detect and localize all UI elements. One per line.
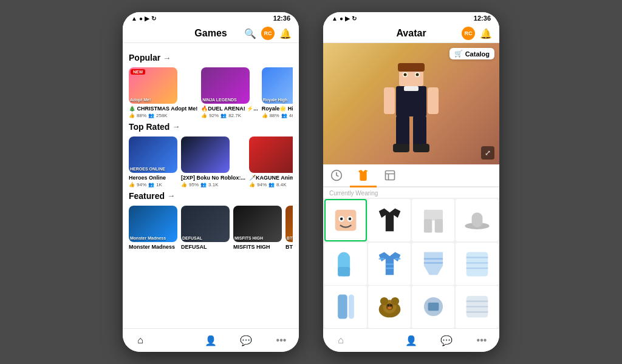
expand-icon[interactable]: ⤢ <box>481 146 494 160</box>
bell-icon[interactable]: 🔔 <box>279 28 292 39</box>
avatar-item-shirt[interactable] <box>368 199 411 241</box>
list-item[interactable]: 🗡️KAGUNE Anime... 👍 94% 👥 8.4K <box>249 136 293 187</box>
players-icon: 👥 <box>281 113 287 118</box>
list-item[interactable]: [2XP] Boku No Roblox:... 👍 95% 👥 3.1K <box>181 136 245 187</box>
svg-rect-13 <box>413 144 429 152</box>
avatar-item-face[interactable] <box>324 199 367 241</box>
players-count: 3.1K <box>208 182 218 187</box>
toprated-arrow[interactable]: → <box>172 122 180 131</box>
leg-svg <box>331 292 361 322</box>
avatar-item-hat[interactable] <box>456 199 498 241</box>
featured-arrow[interactable]: → <box>167 191 175 200</box>
popular-section-header: Popular → <box>129 53 293 62</box>
more-icon: ••• <box>275 334 288 347</box>
avatar-item-accessory[interactable] <box>412 286 454 328</box>
list-item[interactable]: BTHRO BTHRO <box>285 206 293 251</box>
game-thumb-kagune[interactable] <box>249 136 293 173</box>
play-icon: ▶ <box>169 334 182 347</box>
list-item[interactable]: HEROES ONLINE Heroes Online 👍 94% 👥 1K <box>129 136 177 187</box>
search-icon[interactable]: 🔍 <box>244 28 256 39</box>
avatar-icon-r: 👤 <box>405 334 418 347</box>
game-title-boku: [2XP] Boku No Roblox:... <box>181 175 245 181</box>
svg-rect-38 <box>338 294 347 318</box>
home-icon-r: ⌂ <box>334 334 347 347</box>
avatar-item-leg[interactable] <box>324 286 367 328</box>
left-arm-svg <box>331 249 361 279</box>
nav-item-more[interactable]: ••• <box>275 334 288 347</box>
right-status-bar: ▲ ● ▶ ↻ 12:36 <box>323 12 499 24</box>
game-thumb-adopt[interactable]: NEW Adopt Me! <box>129 67 177 104</box>
svg-point-46 <box>390 305 392 306</box>
list-item[interactable]: NEW Adopt Me! 🎄 CHRISTMAS Adopt Me! 👍 88… <box>129 67 197 118</box>
svg-point-5 <box>416 73 419 76</box>
tab-recent[interactable] <box>323 164 350 187</box>
whatsapp-icon: ● <box>139 15 143 22</box>
svg-rect-9 <box>428 87 439 114</box>
tab-clothing[interactable] <box>350 164 377 187</box>
svg-rect-8 <box>384 87 395 114</box>
nav-item-play-r[interactable]: ▶ <box>369 334 383 347</box>
nav-item-chat-r[interactable]: 💬 <box>440 334 453 347</box>
avatar-item-sweater[interactable] <box>368 243 411 285</box>
svg-point-42 <box>380 297 388 305</box>
play-icon-r: ▶ <box>369 334 383 347</box>
list-item[interactable]: Monster Madness Monster Madness <box>129 206 177 251</box>
list-item[interactable]: NINJA LEGENDS 🔥DUEL ARENA! ⚡... 👍 92% 👥 … <box>201 67 258 118</box>
bell-icon-right[interactable]: 🔔 <box>480 28 492 39</box>
avatar-item-extra[interactable] <box>456 286 498 328</box>
nav-item-avatar-r[interactable]: 👤 <box>405 334 418 347</box>
players-icon: 👥 <box>148 113 154 118</box>
svg-rect-39 <box>348 294 354 318</box>
avatar-page-title: Avatar <box>396 28 426 39</box>
game-thumb-ninja[interactable]: NINJA LEGENDS <box>201 67 250 104</box>
game-title-misfits: MISFITS HIGH <box>233 244 282 251</box>
rc-badge-right[interactable]: RC <box>462 27 475 40</box>
players-icon: 👥 <box>220 113 227 118</box>
game-thumb-defusal[interactable]: DEFUSAL <box>181 206 230 242</box>
list-item[interactable]: MISFITS HIGH MISFITS HIGH <box>233 206 282 251</box>
svg-point-4 <box>404 73 407 76</box>
popular-arrow[interactable]: → <box>163 53 171 62</box>
nav-item-home[interactable]: ⌂ <box>134 334 147 347</box>
right-bottom-nav: ⌂ ▶ 👤 💬 ••• <box>323 328 499 352</box>
face-svg <box>332 206 360 234</box>
list-item[interactable]: DEFUSAL DEFUSAL <box>181 206 230 251</box>
thumb-label-misfits: MISFITS HIGH <box>234 236 281 241</box>
avatar-item-pants[interactable] <box>412 199 454 241</box>
nav-item-avatar[interactable]: 👤 <box>204 334 217 347</box>
avatar-item-sleeve[interactable] <box>456 243 498 285</box>
extra-svg <box>462 292 492 322</box>
avatar-item-right-arm[interactable] <box>412 243 454 285</box>
avatar-item-hat2[interactable] <box>368 286 411 328</box>
refresh-icon: ↻ <box>151 15 156 22</box>
game-thumb-monster[interactable]: Monster Madness <box>129 206 177 242</box>
game-thumb-royale[interactable]: Royale High <box>262 67 293 104</box>
sweater-svg <box>375 249 405 279</box>
game-thumb-bthro[interactable]: BTHRO <box>285 206 293 242</box>
left-content: Popular → NEW Adopt Me! 🎄 CHRISTMAS Adop… <box>123 43 299 328</box>
game-stats-boku: 👍 95% 👥 3.1K <box>181 182 245 187</box>
nav-item-home-r[interactable]: ⌂ <box>334 334 347 347</box>
list-item[interactable]: Royale High Royale🌟 High 👍 88% 👥 46.7K <box>262 67 293 118</box>
rc-badge[interactable]: RC <box>261 27 275 40</box>
game-thumb-misfits[interactable]: MISFITS HIGH <box>233 206 282 242</box>
game-thumb-heroes[interactable]: HEROES ONLINE <box>129 136 177 173</box>
players-count: 8.4K <box>276 182 286 187</box>
game-title-adopt: 🎄 CHRISTMAS Adopt Me! <box>129 106 197 112</box>
svg-point-45 <box>387 305 389 306</box>
thumb-label-heroes: HEROES ONLINE <box>130 167 176 172</box>
nav-item-more-r[interactable]: ••• <box>475 334 488 347</box>
featured-games-row: Monster Madness Monster Madness DEFUSAL … <box>129 206 293 251</box>
chat-icon: 💬 <box>239 334 253 347</box>
game-thumb-boku[interactable] <box>181 136 230 173</box>
avatar-icon: 👤 <box>204 334 217 347</box>
game-title-bthro: BTHRO <box>285 244 293 251</box>
avatar-item-left-arm[interactable] <box>324 243 367 285</box>
tab-inventory[interactable] <box>377 164 403 187</box>
catalog-label: Catalog <box>465 50 490 58</box>
catalog-button[interactable]: 🛒 Catalog <box>449 48 494 59</box>
featured-label: Featured <box>129 191 165 201</box>
nav-item-chat[interactable]: 💬 <box>239 334 253 347</box>
thumb-label-adopt: Adopt Me! <box>130 98 176 103</box>
nav-item-play[interactable]: ▶ <box>169 334 182 347</box>
